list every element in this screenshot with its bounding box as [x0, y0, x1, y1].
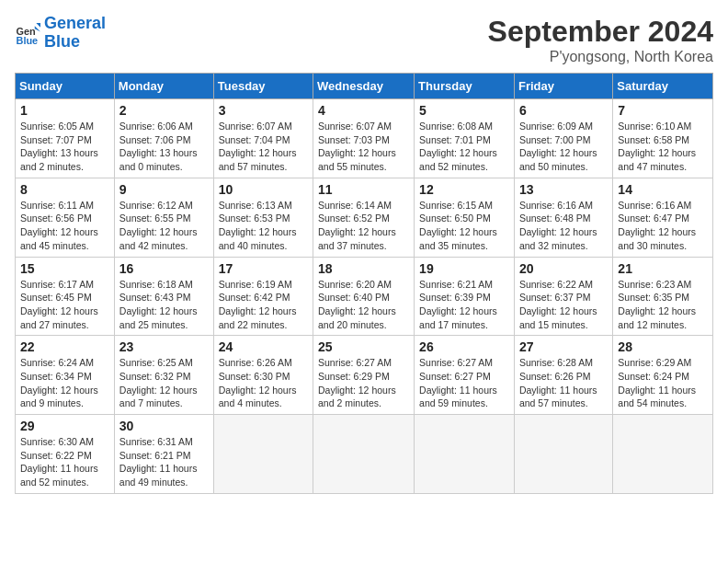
day-number: 15 — [20, 261, 109, 276]
day-number: 30 — [119, 419, 209, 433]
day-info: Sunrise: 6:28 AM Sunset: 6:26 PM Dayligh… — [519, 356, 608, 410]
day-number: 25 — [318, 339, 409, 354]
calendar-cell: 2Sunrise: 6:06 AM Sunset: 7:06 PM Daylig… — [114, 99, 213, 178]
day-info: Sunrise: 6:06 AM Sunset: 7:06 PM Dayligh… — [119, 120, 209, 174]
calendar-cell: 16Sunrise: 6:18 AM Sunset: 6:43 PM Dayli… — [114, 257, 213, 336]
logo-line2: Blue — [44, 32, 80, 51]
day-info: Sunrise: 6:14 AM Sunset: 6:52 PM Dayligh… — [318, 199, 409, 253]
svg-text:Blue: Blue — [17, 34, 39, 45]
calendar-cell: 8Sunrise: 6:11 AM Sunset: 6:56 PM Daylig… — [16, 178, 115, 257]
day-info: Sunrise: 6:09 AM Sunset: 7:00 PM Dayligh… — [519, 120, 608, 174]
day-number: 21 — [618, 261, 708, 276]
day-number: 26 — [419, 339, 509, 354]
day-info: Sunrise: 6:07 AM Sunset: 7:04 PM Dayligh… — [219, 120, 308, 174]
calendar-cell: 28Sunrise: 6:29 AM Sunset: 6:24 PM Dayli… — [613, 336, 713, 415]
calendar-cell: 23Sunrise: 6:25 AM Sunset: 6:32 PM Dayli… — [114, 336, 213, 415]
day-number: 14 — [618, 182, 708, 197]
calendar-cell: 6Sunrise: 6:09 AM Sunset: 7:00 PM Daylig… — [514, 99, 612, 178]
day-info: Sunrise: 6:18 AM Sunset: 6:43 PM Dayligh… — [119, 278, 209, 332]
day-number: 24 — [219, 339, 308, 354]
day-number: 2 — [119, 103, 209, 118]
weekday-header-cell: Friday — [514, 74, 612, 99]
month-title: September 2024 — [488, 15, 713, 49]
day-info: Sunrise: 6:26 AM Sunset: 6:30 PM Dayligh… — [219, 356, 308, 410]
logo: Gen Blue General Blue — [15, 15, 106, 52]
calendar-cell: 22Sunrise: 6:24 AM Sunset: 6:34 PM Dayli… — [16, 336, 115, 415]
calendar-week-row: 8Sunrise: 6:11 AM Sunset: 6:56 PM Daylig… — [16, 178, 713, 257]
day-number: 29 — [20, 419, 109, 433]
logo-line1: General — [44, 14, 106, 32]
day-number: 12 — [419, 182, 509, 197]
day-number: 17 — [219, 261, 308, 276]
day-info: Sunrise: 6:16 AM Sunset: 6:47 PM Dayligh… — [618, 199, 708, 253]
calendar-cell: 15Sunrise: 6:17 AM Sunset: 6:45 PM Dayli… — [16, 257, 115, 336]
day-info: Sunrise: 6:25 AM Sunset: 6:32 PM Dayligh… — [119, 356, 209, 410]
day-info: Sunrise: 6:15 AM Sunset: 6:50 PM Dayligh… — [419, 199, 509, 253]
weekday-header-cell: Monday — [114, 74, 213, 99]
day-number: 4 — [318, 103, 409, 118]
weekday-header-cell: Saturday — [613, 74, 713, 99]
calendar-cell: 3Sunrise: 6:07 AM Sunset: 7:04 PM Daylig… — [213, 99, 313, 178]
day-number: 16 — [119, 261, 209, 276]
calendar-cell: 17Sunrise: 6:19 AM Sunset: 6:42 PM Dayli… — [213, 257, 313, 336]
day-info: Sunrise: 6:07 AM Sunset: 7:03 PM Dayligh… — [318, 120, 409, 174]
calendar-cell — [415, 415, 515, 494]
calendar-cell — [213, 415, 313, 494]
calendar-cell — [313, 415, 415, 494]
day-number: 13 — [519, 182, 608, 197]
day-number: 11 — [318, 182, 409, 197]
day-info: Sunrise: 6:17 AM Sunset: 6:45 PM Dayligh… — [20, 278, 109, 332]
day-number: 1 — [20, 103, 109, 118]
calendar-week-row: 1Sunrise: 6:05 AM Sunset: 7:07 PM Daylig… — [16, 99, 713, 178]
day-number: 18 — [318, 261, 409, 276]
day-info: Sunrise: 6:27 AM Sunset: 6:27 PM Dayligh… — [419, 356, 509, 410]
svg-marker-3 — [36, 23, 40, 28]
calendar-cell: 12Sunrise: 6:15 AM Sunset: 6:50 PM Dayli… — [415, 178, 515, 257]
logo-icon: Gen Blue — [15, 20, 40, 46]
calendar-cell — [613, 415, 713, 494]
weekday-header-cell: Thursday — [415, 74, 515, 99]
day-number: 9 — [119, 182, 209, 197]
day-info: Sunrise: 6:30 AM Sunset: 6:22 PM Dayligh… — [20, 435, 109, 489]
day-info: Sunrise: 6:12 AM Sunset: 6:55 PM Dayligh… — [119, 199, 209, 253]
weekday-header-row: SundayMondayTuesdayWednesdayThursdayFrid… — [16, 74, 713, 99]
calendar-cell: 19Sunrise: 6:21 AM Sunset: 6:39 PM Dayli… — [415, 257, 515, 336]
day-number: 22 — [20, 339, 109, 354]
calendar-cell: 20Sunrise: 6:22 AM Sunset: 6:37 PM Dayli… — [514, 257, 612, 336]
weekday-header-cell: Sunday — [16, 74, 115, 99]
day-info: Sunrise: 6:10 AM Sunset: 6:58 PM Dayligh… — [618, 120, 708, 174]
day-info: Sunrise: 6:24 AM Sunset: 6:34 PM Dayligh… — [20, 356, 109, 410]
day-info: Sunrise: 6:20 AM Sunset: 6:40 PM Dayligh… — [318, 278, 409, 332]
day-number: 27 — [519, 339, 608, 354]
day-info: Sunrise: 6:05 AM Sunset: 7:07 PM Dayligh… — [20, 120, 109, 174]
day-info: Sunrise: 6:08 AM Sunset: 7:01 PM Dayligh… — [419, 120, 509, 174]
calendar-cell: 7Sunrise: 6:10 AM Sunset: 6:58 PM Daylig… — [613, 99, 713, 178]
calendar-cell: 11Sunrise: 6:14 AM Sunset: 6:52 PM Dayli… — [313, 178, 415, 257]
title-area: September 2024 P'yongsong, North Korea — [488, 15, 713, 65]
calendar-cell: 1Sunrise: 6:05 AM Sunset: 7:07 PM Daylig… — [16, 99, 115, 178]
calendar-week-row: 15Sunrise: 6:17 AM Sunset: 6:45 PM Dayli… — [16, 257, 713, 336]
day-number: 20 — [519, 261, 608, 276]
calendar-cell: 5Sunrise: 6:08 AM Sunset: 7:01 PM Daylig… — [415, 99, 515, 178]
calendar-week-row: 22Sunrise: 6:24 AM Sunset: 6:34 PM Dayli… — [16, 336, 713, 415]
calendar-body: 1Sunrise: 6:05 AM Sunset: 7:07 PM Daylig… — [16, 99, 713, 494]
day-number: 19 — [419, 261, 509, 276]
day-number: 23 — [119, 339, 209, 354]
calendar-cell: 30Sunrise: 6:31 AM Sunset: 6:21 PM Dayli… — [114, 415, 213, 494]
calendar-table: SundayMondayTuesdayWednesdayThursdayFrid… — [15, 73, 713, 494]
day-number: 8 — [20, 182, 109, 197]
day-number: 28 — [618, 339, 708, 354]
day-info: Sunrise: 6:31 AM Sunset: 6:21 PM Dayligh… — [119, 435, 209, 489]
calendar-week-row: 29Sunrise: 6:30 AM Sunset: 6:22 PM Dayli… — [16, 415, 713, 494]
calendar-cell: 9Sunrise: 6:12 AM Sunset: 6:55 PM Daylig… — [114, 178, 213, 257]
calendar-cell: 21Sunrise: 6:23 AM Sunset: 6:35 PM Dayli… — [613, 257, 713, 336]
day-info: Sunrise: 6:21 AM Sunset: 6:39 PM Dayligh… — [419, 278, 509, 332]
day-info: Sunrise: 6:22 AM Sunset: 6:37 PM Dayligh… — [519, 278, 608, 332]
calendar-cell: 14Sunrise: 6:16 AM Sunset: 6:47 PM Dayli… — [613, 178, 713, 257]
calendar-cell: 24Sunrise: 6:26 AM Sunset: 6:30 PM Dayli… — [213, 336, 313, 415]
weekday-header-cell: Tuesday — [213, 74, 313, 99]
day-info: Sunrise: 6:23 AM Sunset: 6:35 PM Dayligh… — [618, 278, 708, 332]
calendar-cell: 27Sunrise: 6:28 AM Sunset: 6:26 PM Dayli… — [514, 336, 612, 415]
day-number: 3 — [219, 103, 308, 118]
weekday-header-cell: Wednesday — [313, 74, 415, 99]
